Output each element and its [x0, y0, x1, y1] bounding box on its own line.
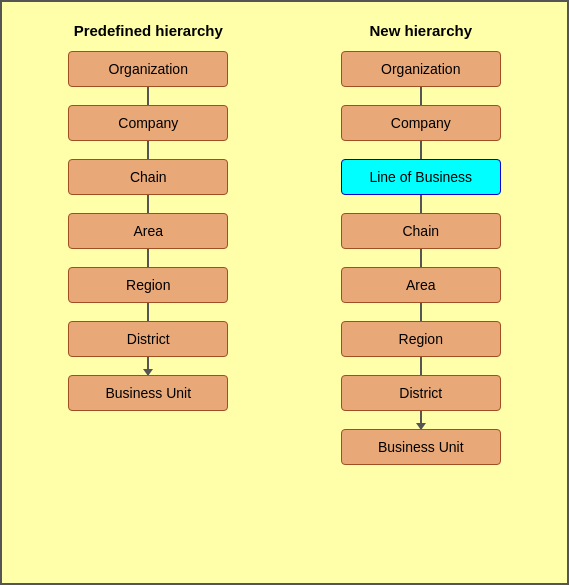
connector-3 [147, 195, 149, 213]
new-connector-4 [420, 249, 422, 267]
predefined-node-district: District [68, 321, 228, 357]
diagram-container: Predefined hierarchy Organization Compan… [0, 0, 569, 585]
new-connector-3 [420, 195, 422, 213]
new-title: New hierarchy [369, 22, 472, 39]
new-connector-2 [420, 141, 422, 159]
connector-1 [147, 87, 149, 105]
predefined-node-business-unit: Business Unit [68, 375, 228, 411]
new-node-chain: Chain [341, 213, 501, 249]
predefined-node-area: Area [68, 213, 228, 249]
new-node-company: Company [341, 105, 501, 141]
new-connector-6 [420, 357, 422, 375]
new-node-region: Region [341, 321, 501, 357]
new-connector-7-arrow [420, 411, 422, 429]
predefined-node-organization: Organization [68, 51, 228, 87]
new-connector-5 [420, 303, 422, 321]
predefined-hierarchy-col: Predefined hierarchy Organization Compan… [38, 22, 258, 411]
new-connector-1 [420, 87, 422, 105]
predefined-title: Predefined hierarchy [74, 22, 223, 39]
new-hierarchy-col: New hierarchy Organization Company Line … [311, 22, 531, 465]
predefined-node-company: Company [68, 105, 228, 141]
new-node-business-unit: Business Unit [341, 429, 501, 465]
connector-6-arrow [147, 357, 149, 375]
new-node-area: Area [341, 267, 501, 303]
new-node-district: District [341, 375, 501, 411]
connector-2 [147, 141, 149, 159]
new-node-organization: Organization [341, 51, 501, 87]
new-node-line-of-business: Line of Business [341, 159, 501, 195]
predefined-node-chain: Chain [68, 159, 228, 195]
connector-4 [147, 249, 149, 267]
connector-5 [147, 303, 149, 321]
predefined-node-region: Region [68, 267, 228, 303]
